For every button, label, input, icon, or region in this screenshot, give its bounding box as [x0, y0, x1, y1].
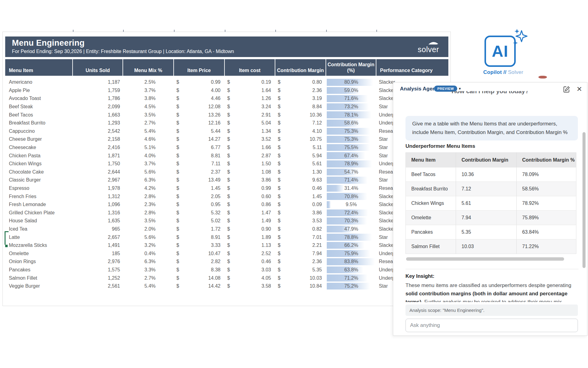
- cell-units-sold[interactable]: 1,786: [73, 94, 123, 103]
- cell-contribution-margin[interactable]: $3.19: [275, 94, 326, 103]
- cell-contribution-margin-pct[interactable]: 73.2%: [326, 103, 376, 111]
- cell-contribution-margin[interactable]: $2.21: [275, 241, 326, 250]
- cell-item-cost[interactable]: $1.49: [225, 217, 275, 225]
- cell-menu-item[interactable]: Pancakes: [5, 266, 73, 274]
- cell-contribution-margin-pct[interactable]: 71.6%: [326, 94, 376, 103]
- cell-contribution-margin-pct[interactable]: 31.4%: [326, 184, 376, 193]
- cell-item-price[interactable]: $14.08: [174, 274, 225, 282]
- cell-item-cost[interactable]: $1.64: [225, 86, 275, 95]
- cell-item-cost[interactable]: $1.26: [225, 94, 275, 103]
- cell-item-price[interactable]: $13.49: [174, 176, 225, 184]
- cell-menu-mix[interactable]: 2.7%: [123, 119, 174, 127]
- cell-menu-item[interactable]: Breakfast Burrito: [5, 119, 73, 127]
- cell-menu-item[interactable]: Chicken Wings: [5, 160, 73, 168]
- cell-item-cost[interactable]: $3.86: [225, 176, 275, 184]
- active-cell-fill-handle[interactable]: [5, 245, 8, 247]
- cell-units-sold[interactable]: 1,293: [73, 119, 123, 127]
- cell-item-price[interactable]: $0.95: [174, 201, 225, 209]
- cell-contribution-margin[interactable]: $3.53: [275, 217, 326, 225]
- cell-menu-item[interactable]: Cheesecake: [5, 144, 73, 152]
- cell-contribution-margin[interactable]: $4.10: [275, 127, 326, 136]
- cell-units-sold[interactable]: 1,312: [73, 192, 123, 201]
- cell-item-price[interactable]: $2.05: [174, 192, 225, 201]
- cell-item-price[interactable]: $12.08: [174, 103, 225, 111]
- cell-contribution-margin[interactable]: $5.61: [275, 160, 326, 168]
- cell-contribution-margin[interactable]: $5.35: [275, 266, 326, 274]
- column-header-contribution-margin-pct[interactable]: Contribution Margin (%): [326, 59, 376, 76]
- cell-menu-mix[interactable]: 2.5%: [123, 78, 174, 86]
- cell-item-price[interactable]: $3.33: [174, 241, 225, 250]
- cell-units-sold[interactable]: 2,976: [73, 258, 123, 266]
- column-header-menu-item[interactable]: Menu Item: [5, 59, 73, 76]
- cell-contribution-margin[interactable]: $7.12: [275, 119, 326, 127]
- cell-menu-item[interactable]: Espresso: [5, 184, 73, 193]
- cell-contribution-margin-pct[interactable]: 75.3%: [326, 127, 376, 136]
- cell-menu-item[interactable]: Iced Tea: [5, 225, 73, 233]
- cell-menu-mix[interactable]: 4.5%: [123, 103, 174, 111]
- cell-contribution-margin-pct[interactable]: 75.9%: [326, 249, 376, 258]
- cell-contribution-margin-pct[interactable]: 83.8%: [326, 258, 376, 266]
- cell-item-price[interactable]: $4.46: [174, 94, 225, 103]
- cell-units-sold[interactable]: 1,759: [73, 86, 123, 95]
- cell-menu-item[interactable]: Beef Tacos: [5, 111, 73, 119]
- cell-item-price[interactable]: $7.11: [174, 160, 225, 168]
- cell-units-sold[interactable]: 1,750: [73, 160, 123, 168]
- cell-item-price[interactable]: $8.38: [174, 266, 225, 274]
- column-header-item-price[interactable]: Item Price: [174, 59, 225, 76]
- cell-menu-mix[interactable]: 3.2%: [123, 241, 174, 250]
- cell-contribution-margin[interactable]: $3.86: [275, 209, 326, 217]
- cell-item-cost[interactable]: $1.47: [225, 209, 275, 217]
- cell-item-cost[interactable]: $5.04: [225, 119, 275, 127]
- cell-contribution-margin-pct[interactable]: 70.8%: [326, 192, 376, 201]
- cell-contribution-margin-pct[interactable]: 63.8%: [326, 266, 376, 274]
- cell-menu-item[interactable]: Veggie Burger: [5, 282, 73, 290]
- cell-units-sold[interactable]: 185: [73, 249, 123, 258]
- cell-menu-mix[interactable]: 4.6%: [123, 135, 174, 144]
- column-header-item-cost[interactable]: Item cost: [225, 59, 275, 76]
- cell-contribution-margin-pct[interactable]: 58.6%: [326, 119, 376, 127]
- cell-contribution-margin[interactable]: $7.94: [275, 249, 326, 258]
- cell-menu-item[interactable]: Mozzarella Sticks: [5, 241, 73, 250]
- cell-contribution-margin-pct[interactable]: 9.5%: [326, 201, 376, 209]
- cell-menu-item[interactable]: Omelette: [5, 249, 73, 258]
- cell-item-price[interactable]: $14.27: [174, 135, 225, 144]
- cell-units-sold[interactable]: 1,978: [73, 184, 123, 193]
- cell-units-sold[interactable]: 1,187: [73, 78, 123, 86]
- cell-contribution-margin-pct[interactable]: 71.4%: [326, 176, 376, 184]
- cell-menu-item[interactable]: Chicken Pasta: [5, 151, 73, 160]
- cell-item-price[interactable]: $2.37: [174, 168, 225, 176]
- cell-contribution-margin-pct[interactable]: 59.0%: [326, 86, 376, 95]
- cell-units-sold[interactable]: 2,158: [73, 135, 123, 144]
- cell-menu-mix[interactable]: 5.1%: [123, 144, 174, 152]
- cell-item-cost[interactable]: $0.46: [225, 258, 275, 266]
- cell-contribution-margin-pct[interactable]: 54.7%: [326, 168, 376, 176]
- cell-contribution-margin[interactable]: $9.63: [275, 176, 326, 184]
- cell-menu-item[interactable]: Salmon Fillet: [5, 274, 73, 282]
- cell-contribution-margin-pct[interactable]: 72.4%: [326, 209, 376, 217]
- cell-menu-item[interactable]: Classic Burger: [5, 176, 73, 184]
- cell-menu-item[interactable]: Beef Steak: [5, 103, 73, 111]
- cell-contribution-margin-pct[interactable]: 75.2%: [326, 282, 376, 290]
- cell-units-sold[interactable]: 1,575: [73, 266, 123, 274]
- cell-menu-item[interactable]: Cheese Burger: [5, 135, 73, 144]
- cell-menu-item[interactable]: French Fries: [5, 192, 73, 201]
- ask-anything-input[interactable]: Ask anything: [405, 319, 578, 332]
- cell-units-sold[interactable]: 1,252: [73, 274, 123, 282]
- cell-item-price[interactable]: $2.82: [174, 258, 225, 266]
- cell-menu-mix[interactable]: 5.6%: [123, 168, 174, 176]
- cell-contribution-margin[interactable]: $10.36: [275, 111, 326, 119]
- cell-menu-mix[interactable]: 4.0%: [123, 151, 174, 160]
- cell-menu-mix[interactable]: 4.2%: [123, 184, 174, 193]
- cell-item-cost[interactable]: $1.89: [225, 233, 275, 241]
- cell-item-cost[interactable]: $1.13: [225, 241, 275, 250]
- cell-units-sold[interactable]: 2,561: [73, 282, 123, 290]
- cell-contribution-margin[interactable]: $2.36: [275, 86, 326, 95]
- cell-item-cost[interactable]: $1.34: [225, 127, 275, 136]
- cell-item-cost[interactable]: $1.50: [225, 160, 275, 168]
- cell-menu-mix[interactable]: 5.4%: [123, 127, 174, 136]
- column-header-contribution-margin[interactable]: Contribution Margin: [275, 59, 326, 76]
- cell-contribution-margin-pct[interactable]: 66.2%: [326, 241, 376, 250]
- cell-menu-mix[interactable]: 3.5%: [123, 111, 174, 119]
- cell-item-cost[interactable]: $0.86: [225, 201, 275, 209]
- cell-menu-item[interactable]: Chocolate Cake: [5, 168, 73, 176]
